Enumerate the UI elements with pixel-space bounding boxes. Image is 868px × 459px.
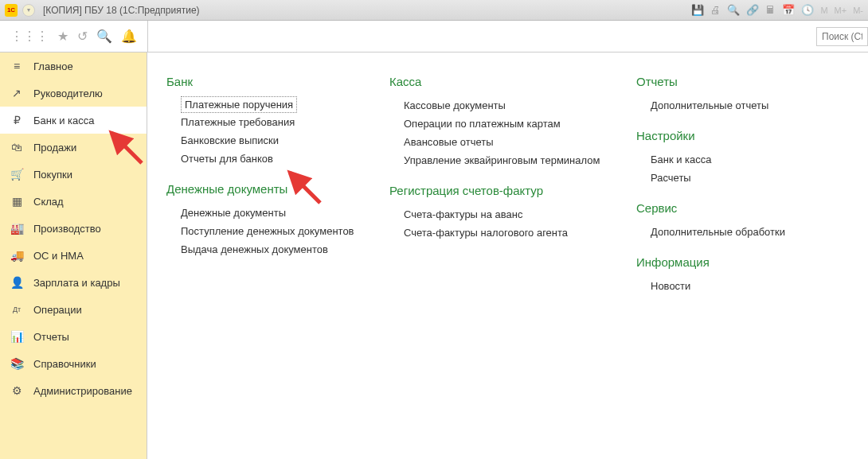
m-button[interactable]: M bbox=[820, 6, 827, 15]
titlebar-tools: 💾 🖨 🔍 🔗 🖩 📅 🕓 M M+ M- bbox=[691, 4, 863, 16]
search-input[interactable] bbox=[816, 27, 868, 46]
section-links: Дополнительные обработки bbox=[651, 223, 843, 241]
section-header-reports[interactable]: Отчеты bbox=[636, 75, 843, 88]
layout: ≡Главное ↗Руководителю ₽Банк и касса 🛍Пр… bbox=[0, 53, 868, 459]
column-2: Касса Кассовые документы Операции по пла… bbox=[389, 68, 636, 309]
dropdown-icon[interactable]: ▾ bbox=[22, 4, 35, 17]
history-icon[interactable]: ↺ bbox=[77, 29, 88, 44]
factory-icon: 🏭 bbox=[10, 222, 24, 235]
section-header-bank[interactable]: Банк bbox=[166, 75, 389, 88]
grid-icon: ▦ bbox=[10, 195, 24, 208]
link-calculations[interactable]: Расчеты bbox=[651, 169, 843, 187]
section-links: Кассовые документы Операции по платежным… bbox=[404, 96, 636, 169]
section-links: Банк и касса Расчеты bbox=[651, 150, 843, 187]
section-links: Дополнительные отчеты bbox=[651, 96, 843, 115]
sidebar-item-label: Главное bbox=[33, 60, 73, 72]
link-bank-statements[interactable]: Банковские выписки bbox=[181, 131, 389, 150]
m-plus-button[interactable]: M+ bbox=[835, 6, 847, 15]
link-news[interactable]: Новости bbox=[651, 277, 843, 295]
clock-icon[interactable]: 🕓 bbox=[801, 4, 814, 16]
search-icon[interactable]: 🔍 bbox=[96, 29, 112, 44]
sidebar-item-label: Руководителю bbox=[33, 88, 103, 99]
m-minus-button[interactable]: M- bbox=[853, 6, 863, 15]
link-bank-cash[interactable]: Банк и касса bbox=[651, 150, 843, 169]
sidebar-item-label: Администрирование bbox=[33, 385, 132, 397]
toolbar-left: ⋮⋮⋮ ★ ↺ 🔍 🔔 bbox=[0, 21, 147, 52]
link-cash-docs[interactable]: Кассовые документы bbox=[404, 96, 636, 115]
toolbar: ⋮⋮⋮ ★ ↺ 🔍 🔔 bbox=[0, 21, 868, 53]
sidebar-item-operations[interactable]: ДтОперации bbox=[0, 296, 147, 323]
search-wrap bbox=[816, 27, 868, 46]
bag-icon: 🛍 bbox=[10, 141, 24, 154]
link-money-docs[interactable]: Денежные документы bbox=[181, 204, 389, 222]
print-icon[interactable]: 🖨 bbox=[710, 4, 721, 16]
menu-icon: ≡ bbox=[10, 60, 24, 72]
truck-icon: 🚚 bbox=[10, 249, 24, 262]
link-extra-reports[interactable]: Дополнительные отчеты bbox=[651, 96, 843, 115]
sidebar-item-label: Банк и касса bbox=[33, 115, 95, 126]
link-payment-orders[interactable]: Платежные поручения bbox=[181, 96, 297, 113]
section-header-cash[interactable]: Касса bbox=[389, 75, 636, 88]
link-card-ops[interactable]: Операции по платежным картам bbox=[404, 115, 636, 133]
section-header-money-docs[interactable]: Денежные документы bbox=[166, 182, 389, 196]
sidebar-item-label: Продажи bbox=[33, 142, 76, 154]
sidebar-item-admin[interactable]: ⚙Администрирование bbox=[0, 377, 147, 404]
sidebar-item-production[interactable]: 🏭Производство bbox=[0, 215, 147, 242]
cart-icon: 🛒 bbox=[10, 168, 24, 181]
sidebar-item-manager[interactable]: ↗Руководителю bbox=[0, 80, 147, 107]
apps-icon[interactable]: ⋮⋮⋮ bbox=[10, 29, 49, 44]
sidebar-item-main[interactable]: ≡Главное bbox=[0, 53, 147, 80]
calc-icon[interactable]: 🖩 bbox=[765, 4, 776, 16]
column-3: Отчеты Дополнительные отчеты Настройки Б… bbox=[636, 68, 843, 309]
app-logo-icon: 1C bbox=[5, 4, 18, 17]
sidebar-item-directories[interactable]: 📚Справочники bbox=[0, 350, 147, 377]
section-header-settings[interactable]: Настройки bbox=[636, 129, 843, 142]
dt-icon: Дт bbox=[10, 305, 24, 313]
sidebar-item-label: Справочники bbox=[33, 358, 96, 370]
sidebar: ≡Главное ↗Руководителю ₽Банк и касса 🛍Пр… bbox=[0, 53, 147, 459]
sidebar-item-bank[interactable]: ₽Банк и касса bbox=[0, 107, 147, 134]
section-header-info[interactable]: Информация bbox=[636, 255, 843, 269]
section-links: Платежные поручения Платежные требования… bbox=[181, 96, 389, 168]
star-icon[interactable]: ★ bbox=[57, 29, 68, 44]
gear-icon: ⚙ bbox=[10, 384, 24, 397]
sidebar-item-warehouse[interactable]: ▦Склад bbox=[0, 188, 147, 215]
ruble-icon: ₽ bbox=[10, 114, 24, 126]
books-icon: 📚 bbox=[10, 357, 24, 370]
sidebar-item-sales[interactable]: 🛍Продажи bbox=[0, 134, 147, 161]
search-icon[interactable]: 🔍 bbox=[727, 4, 740, 16]
column-1: Банк Платежные поручения Платежные требо… bbox=[166, 68, 389, 309]
sidebar-item-label: Склад bbox=[33, 196, 64, 208]
link-money-out[interactable]: Выдача денежных документов bbox=[181, 240, 389, 259]
section-header-service[interactable]: Сервис bbox=[636, 201, 843, 215]
sidebar-item-label: ОС и НМА bbox=[33, 250, 84, 262]
link-extra-processing[interactable]: Дополнительные обработки bbox=[651, 223, 843, 241]
link-payment-requests[interactable]: Платежные требования bbox=[181, 113, 389, 131]
titlebar: 1C ▾ [КОПИЯ] ПБУ 18 (1С:Предприятие) 💾 🖨… bbox=[0, 0, 868, 21]
link-tax-agent-invoices[interactable]: Счета-фактуры налогового агента bbox=[404, 224, 636, 242]
sidebar-item-label: Зарплата и кадры bbox=[33, 277, 120, 289]
link-bank-reports[interactable]: Отчеты для банков bbox=[181, 150, 389, 168]
link-money-in[interactable]: Поступление денежных документов bbox=[181, 222, 389, 240]
calendar-icon[interactable]: 📅 bbox=[782, 4, 795, 16]
sidebar-item-label: Операции bbox=[33, 304, 82, 316]
sidebar-item-reports[interactable]: 📊Отчеты bbox=[0, 323, 147, 350]
sidebar-item-purchases[interactable]: 🛒Покупки bbox=[0, 161, 147, 188]
section-links: Счета-фактуры на аванс Счета-фактуры нал… bbox=[404, 205, 636, 242]
sidebar-item-label: Отчеты bbox=[33, 331, 69, 343]
link-advance-reports[interactable]: Авансовые отчеты bbox=[404, 133, 636, 151]
link-advance-invoices[interactable]: Счета-фактуры на аванс bbox=[404, 205, 636, 224]
window-title: [КОПИЯ] ПБУ 18 (1С:Предприятие) bbox=[43, 5, 200, 16]
section-links: Новости bbox=[651, 277, 843, 295]
link-icon[interactable]: 🔗 bbox=[746, 4, 759, 16]
save-icon[interactable]: 💾 bbox=[691, 4, 704, 16]
chart-icon: ↗ bbox=[10, 87, 24, 99]
sidebar-item-assets[interactable]: 🚚ОС и НМА bbox=[0, 242, 147, 269]
sidebar-item-salary[interactable]: 👤Зарплата и кадры bbox=[0, 269, 147, 296]
bell-icon[interactable]: 🔔 bbox=[121, 29, 137, 44]
section-header-invoices[interactable]: Регистрация счетов-фактур bbox=[389, 184, 636, 197]
section-links: Денежные документы Поступление денежных … bbox=[181, 204, 389, 259]
divider bbox=[147, 21, 148, 52]
main-content: Банк Платежные поручения Платежные требо… bbox=[147, 53, 868, 459]
link-acquiring[interactable]: Управление эквайринговым терминалом bbox=[404, 151, 636, 169]
